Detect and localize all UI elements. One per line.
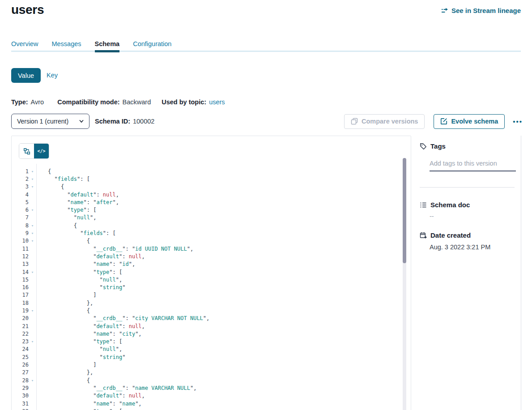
page-title: users — [11, 3, 44, 17]
code-line: 10▾ { — [12, 237, 402, 245]
line-number: 10 — [12, 238, 29, 244]
code-text: "string" — [36, 284, 125, 290]
tab-label: Configuration — [133, 40, 171, 47]
code-text: "type": [ — [36, 338, 122, 345]
code-text: "default": null, — [36, 323, 145, 329]
fold-toggle-icon[interactable]: ▾ — [29, 308, 36, 313]
code-text: "__crdb__": "id UUID NOT NULL", — [36, 246, 193, 252]
tab-configuration[interactable]: Configuration — [133, 40, 171, 51]
editor-view-toggle: </> — [19, 143, 49, 159]
compatibility-value: Backward — [123, 98, 151, 106]
fold-toggle-icon[interactable]: ▾ — [29, 208, 36, 212]
code-line: 31 "name": "name", — [12, 400, 402, 407]
fold-toggle-icon[interactable]: ▾ — [29, 223, 36, 228]
version-toolbar: Version 1 (current) Schema ID: 100002 Co… — [11, 114, 524, 129]
scrollbar-thumb[interactable] — [403, 158, 406, 263]
line-number: 22 — [12, 331, 29, 337]
evolve-schema-button[interactable]: Evolve schema — [434, 114, 505, 129]
tab-schema[interactable]: Schema — [95, 40, 120, 51]
tab-messages[interactable]: Messages — [51, 40, 81, 51]
code-line: 25 "string" — [12, 353, 402, 361]
compare-versions-icon — [351, 118, 358, 125]
code-text: "type": [ — [36, 207, 96, 213]
fold-toggle-icon[interactable]: ▾ — [29, 270, 36, 274]
code-text: "fields": [ — [36, 230, 116, 236]
code-line: 26 ] — [12, 361, 402, 368]
schema-meta-row: Type:Avro Compatibility mode:Backward Us… — [11, 98, 225, 106]
schema-code-panel: </> 1▾{2▾ "fields": [3▾ {4 "default": nu… — [11, 136, 411, 410]
code-text: "name": "city", — [36, 331, 142, 337]
line-number: 20 — [12, 315, 29, 321]
line-number: 27 — [12, 369, 29, 376]
code-line: 6▾ "type": [ — [12, 206, 402, 214]
fold-toggle-icon[interactable]: ▾ — [29, 378, 36, 383]
code-text: "type": [ — [36, 269, 122, 275]
fold-toggle-icon[interactable]: ▾ — [29, 231, 36, 235]
fold-toggle-icon[interactable]: ▾ — [29, 239, 36, 243]
code-line: 1▾{ — [12, 167, 402, 175]
code-view-button[interactable]: </> — [34, 144, 49, 158]
topic-link[interactable]: users — [209, 98, 225, 106]
fold-toggle-icon[interactable]: ▾ — [29, 184, 36, 189]
key-toggle-button[interactable]: Key — [47, 72, 58, 79]
code-text: "null", — [36, 277, 122, 283]
code-line: 17 ] — [12, 291, 402, 299]
code-text: { — [36, 377, 90, 384]
version-select[interactable]: Version 1 (current) — [11, 114, 89, 129]
line-number: 3 — [12, 184, 29, 190]
value-toggle-button[interactable]: Value — [11, 68, 41, 83]
compatibility-label: Compatibility mode: — [57, 98, 119, 106]
list-icon — [420, 201, 427, 209]
more-options-button[interactable]: ••• — [511, 118, 524, 125]
line-number: 21 — [12, 323, 29, 329]
compare-versions-label: Compare versions — [362, 118, 418, 125]
tree-view-button[interactable] — [19, 144, 34, 158]
editor-scrollbar[interactable] — [403, 158, 406, 410]
code-text: "default": null, — [36, 253, 145, 260]
code-line: 32▾ "type": [ — [12, 407, 402, 410]
code-line: 28▾ { — [12, 376, 402, 384]
code-text: { — [36, 168, 51, 175]
code-line: 3▾ { — [12, 183, 402, 191]
code-text: "fields": [ — [36, 176, 90, 182]
code-text: { — [36, 238, 90, 244]
tags-input[interactable] — [430, 160, 516, 171]
line-number: 23 — [12, 338, 29, 345]
compare-versions-button[interactable]: Compare versions — [344, 114, 425, 129]
code-view-icon: </> — [37, 149, 45, 154]
line-number: 32 — [12, 408, 29, 410]
code-line: 29 "__crdb__": "name VARCHAR NULL", — [12, 384, 402, 392]
code-line: 23▾ "type": [ — [12, 338, 402, 346]
tab-label: Messages — [51, 40, 81, 47]
line-number: 30 — [12, 393, 29, 399]
line-number: 15 — [12, 277, 29, 283]
edit-icon — [440, 118, 447, 125]
type-label: Type: — [11, 98, 28, 106]
fold-toggle-icon[interactable]: ▾ — [29, 177, 36, 181]
fold-toggle-icon[interactable]: ▾ — [29, 169, 36, 174]
tab-bar: Overview Messages Schema Configuration — [11, 40, 521, 52]
code-text: ] — [36, 292, 96, 298]
code-text: { — [36, 184, 64, 190]
schema-id: Schema ID: 100002 — [95, 118, 154, 125]
code-text: }, — [36, 369, 93, 376]
chevron-down-icon — [79, 119, 84, 124]
code-line: 30 "default": null, — [12, 392, 402, 400]
code-text: }, — [36, 300, 93, 306]
see-in-stream-lineage-link[interactable]: See in Stream lineage — [441, 7, 521, 14]
tab-overview[interactable]: Overview — [11, 40, 38, 51]
code-line: 8▾ { — [12, 222, 402, 229]
line-number: 17 — [12, 292, 29, 298]
calendar-plus-icon — [420, 232, 427, 239]
code-text: "name": "after", — [36, 199, 119, 205]
code-line: 4 "default": null, — [12, 191, 402, 198]
code-line: 21 "default": null, — [12, 322, 402, 330]
line-number: 2 — [12, 176, 29, 182]
line-number: 26 — [12, 362, 29, 368]
code-text: "name": "id", — [36, 261, 135, 267]
tag-icon — [420, 143, 427, 150]
fold-toggle-icon[interactable]: ▾ — [29, 339, 36, 344]
code-line: 13 "name": "id", — [12, 261, 402, 268]
code-line: 2▾ "fields": [ — [12, 175, 402, 183]
code-line: 14▾ "type": [ — [12, 268, 402, 276]
